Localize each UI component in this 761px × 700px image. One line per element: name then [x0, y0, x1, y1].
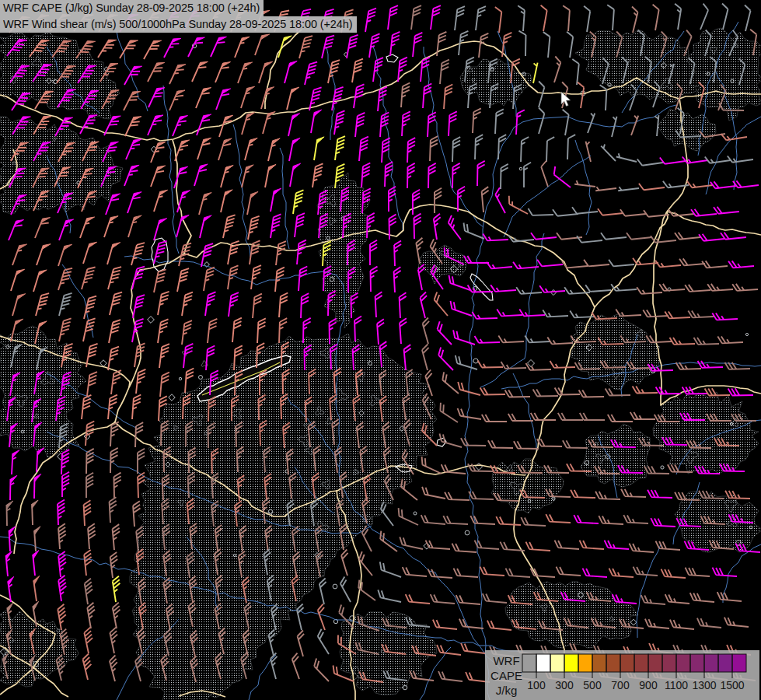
legend-cell: [606, 654, 620, 672]
legend-cell: [634, 654, 648, 672]
legend-tick-label: 900: [639, 679, 657, 691]
legend-cell: [550, 654, 564, 672]
legend-cell: [690, 654, 704, 672]
legend-cell: [718, 654, 732, 672]
legend-tick-label: 1100: [665, 679, 688, 691]
legend-cell: [704, 654, 718, 672]
legend-cell: [676, 654, 690, 672]
legend-tick-label: 1300: [692, 679, 716, 691]
legend-cell: [732, 654, 746, 672]
legend-tick-label: 1500: [720, 679, 744, 691]
legend-cell: [620, 654, 634, 672]
legend-cell: [648, 654, 662, 672]
legend-colorbar: [485, 650, 759, 700]
legend-tick-label: 100: [527, 679, 545, 691]
weather-map-canvas: WRF CAPE (J/kg) Sunday 28-09-2025 18:00 …: [0, 0, 761, 700]
legend-cell: [662, 654, 676, 672]
legend-cell: [564, 654, 578, 672]
legend-tick-label: 500: [583, 679, 601, 691]
legend-cell: [578, 654, 592, 672]
map-title-cape: WRF CAPE (J/kg) Sunday 28-09-2025 18:00 …: [0, 0, 264, 16]
legend-tick-label: 700: [611, 679, 629, 691]
cape-legend: WRFCAPEJ/kg 100300500700900110013001500: [485, 650, 759, 700]
legend-cell: [536, 654, 550, 672]
legend-tick-label: 300: [555, 679, 573, 691]
map-svg: [0, 0, 761, 700]
map-title-shear: WRF Wind shear (m/s) 500/1000hPa Sunday …: [0, 16, 357, 33]
legend-cell: [592, 654, 606, 672]
